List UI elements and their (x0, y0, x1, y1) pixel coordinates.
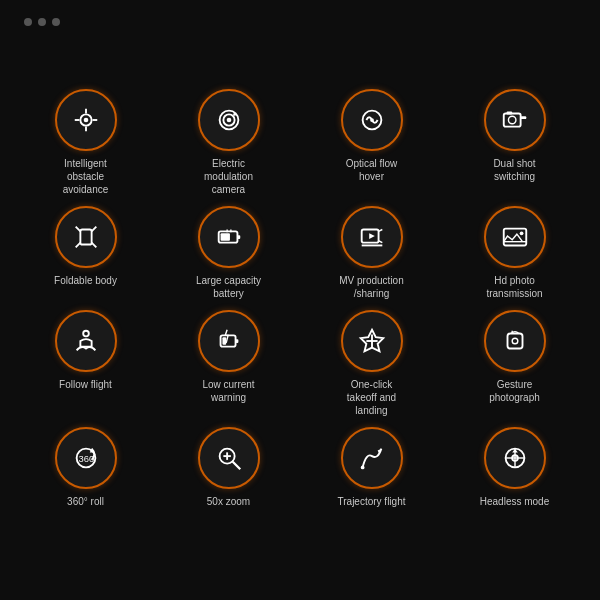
svg-rect-41 (507, 333, 522, 348)
features-grid: Intelligent obstacle avoidanceElectric m… (0, 89, 600, 508)
feature-low-current: Low current warning (159, 310, 298, 417)
svg-point-7 (226, 117, 231, 122)
svg-point-52 (360, 465, 364, 469)
feature-label-headless: Headless mode (480, 495, 549, 508)
svg-marker-27 (369, 233, 375, 239)
feature-electric-modulation: Electric modulation camera (159, 89, 298, 196)
svg-rect-23 (220, 233, 229, 241)
feature-mv-production: MV production /sharing (302, 206, 441, 300)
icon-circle-trajectory (341, 427, 403, 489)
icon-circle-low-current (198, 310, 260, 372)
svg-point-11 (370, 118, 374, 122)
icon-circle-foldable-body (55, 206, 117, 268)
feature-dual-shot: Dual shot switching (445, 89, 584, 196)
svg-rect-14 (520, 116, 526, 119)
icon-circle-one-click (341, 310, 403, 372)
feature-label-foldable-body: Foldable body (54, 274, 117, 287)
feature-label-50x-zoom: 50x zoom (207, 495, 250, 508)
feature-gesture-photo: Gesture photograph (445, 310, 584, 417)
feature-label-hd-photo: Hd photo transmission (479, 274, 551, 300)
icon-circle-follow-flight (55, 310, 117, 372)
feature-50x-zoom: 50x zoom (159, 427, 298, 508)
icon-circle-mv-production (341, 206, 403, 268)
icon-circle-electric-modulation (198, 89, 260, 151)
svg-point-33 (519, 231, 523, 235)
feature-label-follow-flight: Follow flight (59, 378, 112, 391)
feature-trajectory: Trajectory flight (302, 427, 441, 508)
icon-circle-intelligent-obstacle (55, 89, 117, 151)
svg-point-13 (508, 116, 516, 124)
svg-rect-16 (80, 229, 91, 244)
feature-label-electric-modulation: Electric modulation camera (193, 157, 265, 196)
svg-rect-22 (237, 235, 240, 239)
feature-label-large-battery: Large capacity battery (193, 274, 265, 300)
feature-360-roll: 360360° roll (16, 427, 155, 508)
svg-rect-36 (235, 339, 238, 343)
svg-rect-12 (503, 113, 520, 126)
svg-point-34 (83, 330, 89, 336)
feature-headless: Headless mode (445, 427, 584, 508)
feature-large-battery: Large capacity battery (159, 206, 298, 300)
icon-circle-gesture-photo (484, 310, 546, 372)
feature-follow-flight: Follow flight (16, 310, 155, 417)
feature-intelligent-obstacle: Intelligent obstacle avoidance (16, 89, 155, 196)
feature-label-one-click: One-click takeoff and landing (336, 378, 408, 417)
dot-1 (24, 18, 32, 26)
icon-circle-360-roll: 360 (55, 427, 117, 489)
feature-label-gesture-photo: Gesture photograph (479, 378, 551, 404)
icon-circle-hd-photo (484, 206, 546, 268)
icon-circle-headless (484, 427, 546, 489)
feature-label-dual-shot: Dual shot switching (479, 157, 551, 183)
feature-label-optical-flow: Optical flow hover (336, 157, 408, 183)
svg-line-20 (91, 226, 96, 231)
title (0, 42, 600, 73)
feature-one-click: One-click takeoff and landing (302, 310, 441, 417)
svg-line-18 (91, 242, 96, 247)
svg-point-5 (83, 117, 88, 122)
feature-label-intelligent-obstacle: Intelligent obstacle avoidance (50, 157, 122, 196)
svg-line-19 (75, 226, 80, 231)
svg-line-17 (75, 242, 80, 247)
feature-label-low-current: Low current warning (193, 378, 265, 404)
icon-circle-large-battery (198, 206, 260, 268)
svg-point-42 (512, 338, 518, 344)
svg-rect-15 (506, 111, 512, 114)
svg-line-48 (232, 462, 240, 470)
feature-label-mv-production: MV production /sharing (336, 274, 408, 300)
feature-optical-flow: Optical flow hover (302, 89, 441, 196)
dot-3 (52, 18, 60, 26)
feature-foldable-body: Foldable body (16, 206, 155, 300)
feature-label-trajectory: Trajectory flight (338, 495, 406, 508)
icon-circle-50x-zoom (198, 427, 260, 489)
icon-circle-optical-flow (341, 89, 403, 151)
feature-hd-photo: Hd photo transmission (445, 206, 584, 300)
header (0, 0, 600, 34)
icon-circle-dual-shot (484, 89, 546, 151)
title-section (0, 34, 600, 89)
dots (24, 18, 60, 26)
dot-2 (38, 18, 46, 26)
svg-rect-37 (222, 337, 226, 345)
feature-label-360-roll: 360° roll (67, 495, 104, 508)
